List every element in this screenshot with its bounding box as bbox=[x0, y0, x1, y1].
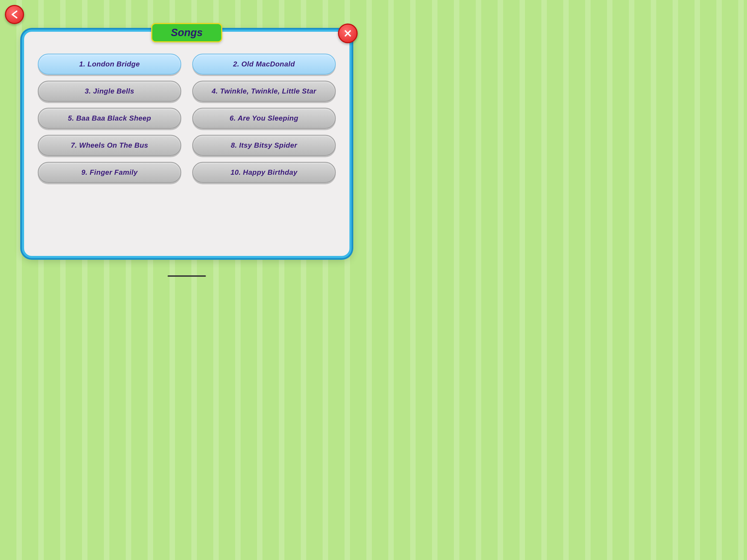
song-button-6[interactable]: 6. Are You Sleeping bbox=[192, 108, 336, 129]
song-button-5[interactable]: 5. Baa Baa Black Sheep bbox=[38, 108, 181, 129]
song-button-7[interactable]: 7. Wheels On The Bus bbox=[38, 135, 181, 156]
home-indicator bbox=[168, 275, 206, 277]
song-button-1[interactable]: 1. London Bridge bbox=[38, 54, 181, 75]
song-button-9[interactable]: 9. Finger Family bbox=[38, 162, 181, 183]
back-button[interactable] bbox=[5, 5, 24, 24]
song-button-2[interactable]: 2. Old MacDonald bbox=[192, 54, 336, 75]
dialog-title: Songs bbox=[171, 27, 203, 38]
song-button-10[interactable]: 10. Happy Birthday bbox=[192, 162, 336, 183]
close-button[interactable] bbox=[338, 24, 358, 43]
song-button-4[interactable]: 4. Twinkle, Twinkle, Little Star bbox=[192, 81, 336, 102]
title-banner: Songs bbox=[151, 23, 222, 42]
song-grid: 1. London Bridge2. Old MacDonald3. Jingl… bbox=[38, 54, 336, 183]
song-button-8[interactable]: 8. Itsy Bitsy Spider bbox=[192, 135, 336, 156]
songs-dialog: Songs 1. London Bridge2. Old MacDonald3.… bbox=[22, 29, 352, 258]
song-button-3[interactable]: 3. Jingle Bells bbox=[38, 81, 181, 102]
